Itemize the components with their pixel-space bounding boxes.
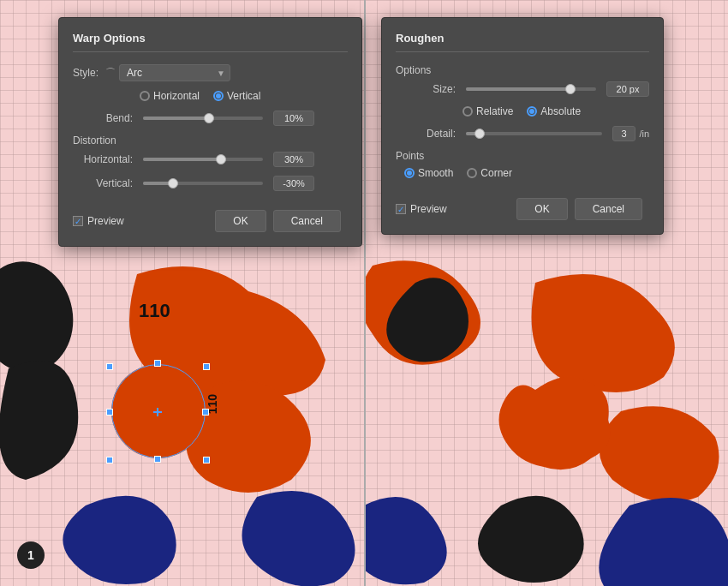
- roughen-preview-row: Preview: [396, 203, 516, 215]
- size-row: Size: 20 px: [396, 81, 649, 97]
- vertical-radio[interactable]: Vertical: [213, 90, 260, 102]
- horizontal-dist-label: Horizontal:: [73, 153, 133, 165]
- detail-label: Detail:: [396, 128, 456, 140]
- vertical-dist-value: -30%: [273, 176, 314, 191]
- warp-ok-button[interactable]: OK: [215, 210, 266, 232]
- roughen-preview-label: Preview: [410, 203, 447, 215]
- style-row: Style: ⌒ Arc ▼: [73, 64, 348, 81]
- size-value: 20 px: [606, 81, 649, 97]
- vertical-radio-circle: [213, 91, 224, 101]
- detail-thumb[interactable]: [474, 129, 485, 139]
- arc-icon: ⌒: [105, 66, 116, 81]
- roughen-buttons: Preview OK Cancel: [396, 191, 649, 220]
- horizontal-radio-circle: [140, 91, 150, 101]
- smooth-radio[interactable]: Smooth: [404, 167, 453, 179]
- size-slider[interactable]: [466, 87, 596, 91]
- bend-label: Bend:: [73, 112, 133, 124]
- horizontal-label: Horizontal: [153, 90, 200, 102]
- corner-label: Corner: [480, 167, 512, 179]
- horizontal-dist-thumb[interactable]: [216, 154, 226, 164]
- smooth-label: Smooth: [418, 167, 453, 179]
- horizontal-radio[interactable]: Horizontal: [140, 90, 200, 102]
- handle-tl: [106, 363, 113, 370]
- handle-left: [106, 409, 113, 416]
- handle-top: [154, 360, 161, 367]
- relative-radio[interactable]: Relative: [462, 105, 513, 117]
- roughen-cancel-button[interactable]: Cancel: [575, 198, 642, 220]
- warp-preview-checkbox[interactable]: [73, 216, 83, 226]
- absolute-radio[interactable]: Absolute: [527, 105, 581, 117]
- points-group: Smooth Corner: [404, 167, 649, 179]
- vertical-dist-slider[interactable]: [143, 182, 263, 185]
- bend-row: Bend: 10%: [73, 111, 348, 126]
- horizontal-dist-value: 30%: [273, 152, 314, 167]
- horizontal-dist-slider[interactable]: [143, 158, 263, 161]
- detail-unit: /in: [639, 129, 649, 139]
- roughen-dialog: Roughen Options Size: 20 px Relative Abs…: [381, 17, 664, 235]
- roughen-dialog-title: Roughen: [396, 32, 649, 52]
- style-select[interactable]: Arc: [119, 64, 230, 81]
- orientation-group: Horizontal Vertical: [140, 90, 348, 102]
- handle-br: [203, 457, 210, 463]
- bend-thumb[interactable]: [204, 113, 214, 123]
- absolute-radio-circle: [527, 106, 537, 117]
- warp-cancel-button[interactable]: Cancel: [273, 210, 341, 232]
- vertical-label: Vertical: [227, 90, 260, 102]
- label-110-top: 110: [139, 300, 170, 322]
- detail-slider[interactable]: [466, 132, 602, 135]
- style-select-wrapper[interactable]: Arc ▼: [119, 64, 230, 81]
- bend-slider[interactable]: [143, 117, 263, 120]
- handle-bottom: [154, 456, 161, 463]
- detail-row: Detail: 3 /in: [396, 126, 649, 141]
- handle-bl: [106, 457, 113, 463]
- roughen-ok-button[interactable]: OK: [516, 198, 567, 220]
- handle-tr: [203, 363, 210, 370]
- vertical-dist-thumb[interactable]: [168, 178, 178, 188]
- center-cross-h: [153, 411, 162, 413]
- warp-buttons: Preview OK Cancel: [73, 203, 348, 232]
- handle-right: [202, 409, 209, 416]
- vertical-dist-row: Vertical: -30%: [73, 176, 348, 191]
- size-label: Size:: [396, 83, 456, 95]
- corner-radio-circle: [467, 168, 477, 178]
- smooth-radio-circle: [404, 168, 415, 178]
- relative-radio-circle: [462, 106, 473, 117]
- warp-dialog-title: Warp Options: [73, 32, 348, 52]
- warp-options-dialog: Warp Options Style: ⌒ Arc ▼ Horizontal V…: [58, 17, 362, 247]
- panel-divider: [364, 0, 366, 586]
- roughen-options-label: Options: [396, 64, 649, 76]
- absolute-label: Absolute: [540, 105, 581, 117]
- corner-radio[interactable]: Corner: [467, 167, 512, 179]
- horizontal-dist-row: Horizontal: 30%: [73, 152, 348, 167]
- size-thumb[interactable]: [565, 84, 576, 94]
- warp-preview-row: Preview: [73, 215, 215, 227]
- warp-preview-label: Preview: [87, 215, 124, 227]
- relative-label: Relative: [476, 105, 513, 117]
- distortion-label: Distortion: [73, 135, 348, 146]
- points-section-label: Points: [396, 150, 649, 162]
- roughen-preview-checkbox[interactable]: [396, 204, 406, 214]
- detail-value: 3: [612, 126, 636, 141]
- vertical-dist-label: Vertical:: [73, 177, 133, 189]
- size-type-group: Relative Absolute: [462, 105, 649, 117]
- bend-value: 10%: [273, 111, 314, 126]
- style-label: Style:: [73, 67, 98, 79]
- badge-1: 1: [17, 541, 45, 569]
